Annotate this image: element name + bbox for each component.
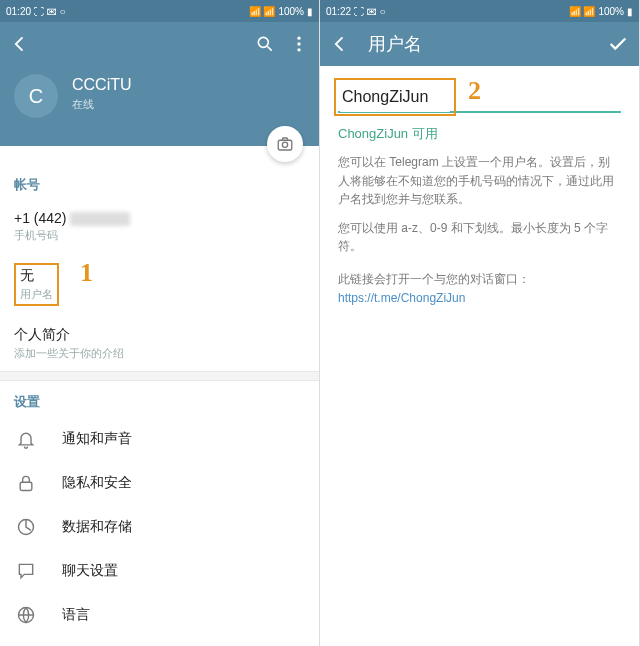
item-language[interactable]: 语言 [0,593,319,637]
status-battery: 100% [278,6,304,17]
annotation-2: 2 [468,76,481,106]
camera-button[interactable] [267,126,303,162]
highlight-box-1: 无 用户名 [14,263,59,306]
item-help[interactable]: 帮助 [0,637,319,646]
status-icons-left: ⛶ ✉ ○ [354,6,386,17]
svg-point-3 [297,48,300,51]
header-right: 用户名 [320,22,639,66]
status-signal: 📶 📶 [249,6,276,17]
item-privacy[interactable]: 隐私和安全 [0,461,319,505]
back-icon[interactable] [10,34,30,54]
status-icons-left: ⛶ ✉ ○ [34,6,66,17]
username-label: 用户名 [20,287,53,302]
divider [0,371,319,381]
check-icon[interactable] [607,33,629,55]
avatar[interactable]: C [14,74,58,118]
account-header: 帐号 [0,164,319,200]
svg-point-2 [297,42,300,45]
status-bar-right: 01:22 ⛶ ✉ ○ 📶 📶 100% ▮ [320,0,639,22]
item-label: 隐私和安全 [62,474,132,492]
battery-icon: ▮ [627,6,633,17]
back-icon[interactable] [330,34,350,54]
header-left [0,22,319,66]
data-icon [14,515,38,539]
item-label: 语言 [62,606,90,624]
item-label: 数据和存储 [62,518,132,536]
phone-label: 手机号码 [14,228,305,243]
item-notifications[interactable]: 通知和声音 [0,417,319,461]
item-chat[interactable]: 聊天设置 [0,549,319,593]
username-input-wrap: 2 [338,80,621,113]
desc-text-3: 此链接会打开一个与您的对话窗口： [338,270,621,289]
phone-item[interactable]: +1 (442) 手机号码 [0,200,319,253]
globe-icon [14,603,38,627]
svg-point-5 [282,142,287,147]
settings-header: 设置 [0,381,319,417]
bell-icon [14,427,38,451]
profile-name: CCCiTU [72,76,132,94]
status-time: 01:22 [326,6,351,17]
profile-status: 在线 [72,97,132,112]
phone-value: +1 (442) [14,210,305,226]
username-input[interactable] [340,82,450,112]
bio-title: 个人简介 [14,326,305,344]
profile-area: C CCCiTU 在线 [0,66,319,146]
search-icon[interactable] [255,34,275,54]
chat-icon [14,559,38,583]
item-label: 通知和声音 [62,430,132,448]
annotation-1: 1 [80,258,93,288]
svg-rect-6 [20,482,32,490]
status-bar-left: 01:20 ⛶ ✉ ○ 📶 📶 100% ▮ [0,0,319,22]
desc-text-1: 您可以在 Telegram 上设置一个用户名。设置后，别人将能够在不知道您的手机… [338,153,621,209]
item-data[interactable]: 数据和存储 [0,505,319,549]
status-time: 01:20 [6,6,31,17]
username-link[interactable]: https://t.me/ChongZiJun [338,291,621,305]
svg-point-0 [258,37,268,47]
bio-item[interactable]: 个人简介 添加一些关于你的介绍 [0,316,319,371]
battery-icon: ▮ [307,6,313,17]
username-value: 无 [20,267,53,285]
desc-text-2: 您可以使用 a-z、0-9 和下划线。最小长度为 5 个字符。 [338,219,621,256]
item-label: 聊天设置 [62,562,118,580]
header-title: 用户名 [368,32,607,56]
status-signal: 📶 📶 [569,6,596,17]
settings-screen: 01:20 ⛶ ✉ ○ 📶 📶 100% ▮ C CCC [0,0,320,646]
username-edit-screen: 01:22 ⛶ ✉ ○ 📶 📶 100% ▮ 用户名 2 [320,0,640,646]
svg-point-1 [297,37,300,40]
availability-text: ChongZiJun 可用 [338,125,621,143]
username-item[interactable]: 无 用户名 1 [0,253,319,316]
highlight-box-2 [334,78,456,116]
bio-hint: 添加一些关于你的介绍 [14,346,305,361]
lock-icon [14,471,38,495]
status-battery: 100% [598,6,624,17]
more-icon[interactable] [289,34,309,54]
